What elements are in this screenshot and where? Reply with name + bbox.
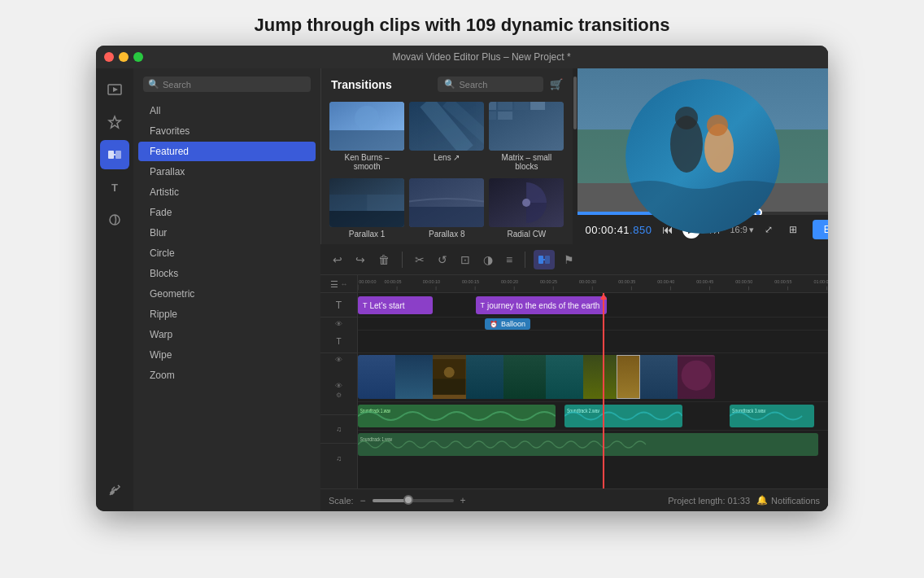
audio-clip-1[interactable]: Soundtrack 1.wav [358, 405, 556, 427]
time-display: 00:00:41.850 [586, 224, 652, 236]
crop-button[interactable]: ⊡ [456, 250, 474, 269]
balloon-clip[interactable]: ⏰ Balloon [485, 318, 530, 330]
redo-button[interactable]: ↪ [351, 250, 369, 269]
minimize-button[interactable] [119, 52, 129, 62]
category-item-blocks[interactable]: Blocks [138, 264, 316, 283]
scale-slider-fill [373, 499, 405, 502]
scroll-thumb[interactable] [573, 77, 577, 129]
scale-plus[interactable]: + [460, 495, 466, 506]
add-track-button[interactable]: ☰ [330, 279, 338, 290]
scale-slider-handle[interactable] [403, 495, 413, 505]
video-seg-1[interactable] [358, 355, 395, 399]
scale-slider[interactable] [373, 499, 454, 502]
category-list: All Favorites Featured Parallax Artistic… [133, 97, 320, 511]
audio-clip-3[interactable]: Soundtrack 3.wav [730, 405, 814, 427]
timeline-area: ☰ ↔ 00:00:00 00:00:05 00: [320, 275, 828, 511]
video-seg-6[interactable] [546, 355, 583, 399]
category-item-fade[interactable]: Fade [138, 203, 316, 222]
category-item-ripple[interactable]: Ripple [138, 304, 316, 324]
grid-search-bar[interactable]: 🔍 ✕ [438, 77, 543, 92]
sidebar-icon-media[interactable] [100, 75, 129, 104]
detach-button[interactable]: ⊞ [783, 220, 803, 239]
svg-text:00:00:35: 00:00:35 [618, 279, 635, 284]
sidebar-icon-overlays[interactable] [100, 205, 129, 234]
category-item-zoom[interactable]: Zoom [138, 366, 316, 385]
transition-item-lens[interactable]: Lens ↗ [409, 102, 484, 173]
fullscreen-button[interactable]: ⤢ [759, 220, 778, 239]
video-seg-5[interactable] [503, 355, 546, 399]
maximize-button[interactable] [133, 52, 143, 62]
restore-button[interactable]: ↺ [434, 250, 451, 269]
category-item-parallax[interactable]: Parallax [138, 162, 316, 182]
svg-rect-16 [489, 112, 496, 120]
track-eye-icon[interactable]: 👁 [335, 320, 342, 328]
transition-thumb-lens [409, 102, 484, 151]
category-item-favorites[interactable]: Favorites [138, 121, 316, 141]
notifications-button[interactable]: 🔔 Notifications [756, 495, 820, 506]
video-seg-9[interactable] [640, 355, 678, 399]
video-seg-2[interactable] [395, 355, 433, 399]
cut-button[interactable]: ✂ [411, 250, 429, 269]
category-search-bar[interactable]: 🔍 [143, 77, 311, 92]
window-title: Movavi Video Editor Plus – New Project * [143, 51, 820, 63]
sidebar-icon-tools[interactable] [100, 475, 129, 505]
transition-item-matrix[interactable]: Matrix – small blocks [489, 102, 564, 173]
svg-text:00:00:40: 00:00:40 [657, 279, 674, 284]
sidebar-icon-effects[interactable] [100, 107, 129, 137]
video-track-eye[interactable]: 👁 [335, 382, 342, 390]
video-seg-4[interactable] [466, 355, 503, 399]
category-item-featured[interactable]: Featured [138, 142, 316, 161]
close-button[interactable] [104, 52, 114, 62]
category-item-artistic[interactable]: Artistic [138, 182, 316, 202]
toggle-track-button[interactable]: ↔ [341, 280, 348, 288]
category-item-wipe[interactable]: Wipe [138, 345, 316, 365]
video-track-settings[interactable]: ⚙ [336, 392, 342, 399]
cart-icon[interactable]: 🛒 [550, 78, 563, 90]
category-item-all[interactable]: All [138, 101, 316, 120]
sidebar-icon-transitions[interactable] [100, 140, 129, 169]
svg-rect-21 [329, 195, 367, 211]
svg-point-39 [675, 107, 698, 129]
transition-label-parallax8: Parallax 8 [409, 227, 484, 241]
more-button[interactable]: ≡ [502, 250, 516, 269]
video-strip [358, 355, 828, 399]
transition-item-kenburns[interactable]: Ken Burns – smooth [329, 102, 404, 173]
color-button[interactable]: ◑ [479, 250, 497, 269]
transition-label-lens: Lens ↗ [409, 151, 484, 164]
category-item-circle[interactable]: Circle [138, 243, 316, 263]
transition-item-parallax1[interactable]: Parallax 1 [329, 178, 404, 241]
sidebar-icon-text[interactable]: T [100, 173, 129, 202]
track-label-audio: ♫ [320, 415, 357, 444]
category-item-blur[interactable]: Blur [138, 223, 316, 243]
audio-clip-2[interactable]: Soundtrack 2.wav [564, 405, 682, 427]
flag-button[interactable]: ⚑ [560, 250, 578, 269]
text-clip-journey[interactable]: T journey to the ends of the earth [476, 296, 608, 314]
svg-rect-15 [514, 102, 529, 110]
svg-rect-3 [116, 151, 121, 159]
transition-item-radialcw[interactable]: Radial CW [489, 178, 564, 241]
text-clip-lets-start[interactable]: T Let's start [358, 296, 433, 314]
category-item-warp[interactable]: Warp [138, 325, 316, 344]
category-item-geometric[interactable]: Geometric [138, 284, 316, 304]
balloon-label: Balloon [501, 320, 525, 328]
video-seg-7[interactable] [583, 355, 616, 399]
svg-rect-2 [108, 151, 114, 159]
scale-minus[interactable]: − [360, 495, 366, 506]
undo-button[interactable]: ↩ [329, 250, 346, 269]
track-eye2-icon[interactable]: 👁 [335, 356, 342, 364]
svg-text:00:00:30: 00:00:30 [579, 279, 596, 284]
text-clip-icon-2: T [481, 301, 486, 309]
video-seg-3[interactable] [433, 355, 465, 399]
audio-clip-main[interactable]: Soundtrack 1.wav [358, 433, 818, 456]
grid-header: Transitions 🔍 ✕ 🛒 [321, 68, 573, 99]
category-search-input[interactable] [163, 80, 306, 90]
app-window: Movavi Video Editor Plus – New Project *… [96, 46, 828, 511]
video-seg-10[interactable] [678, 355, 715, 399]
video-seg-8[interactable] [617, 355, 640, 399]
delete-button[interactable]: 🗑 [374, 250, 394, 269]
track-label-audio2: ♫ [320, 444, 357, 472]
transitions-button[interactable] [534, 250, 555, 269]
export-button[interactable]: Export [813, 220, 828, 239]
project-length: Project length: 01:33 [668, 496, 750, 506]
transition-item-parallax8[interactable]: Parallax 8 [409, 178, 484, 241]
